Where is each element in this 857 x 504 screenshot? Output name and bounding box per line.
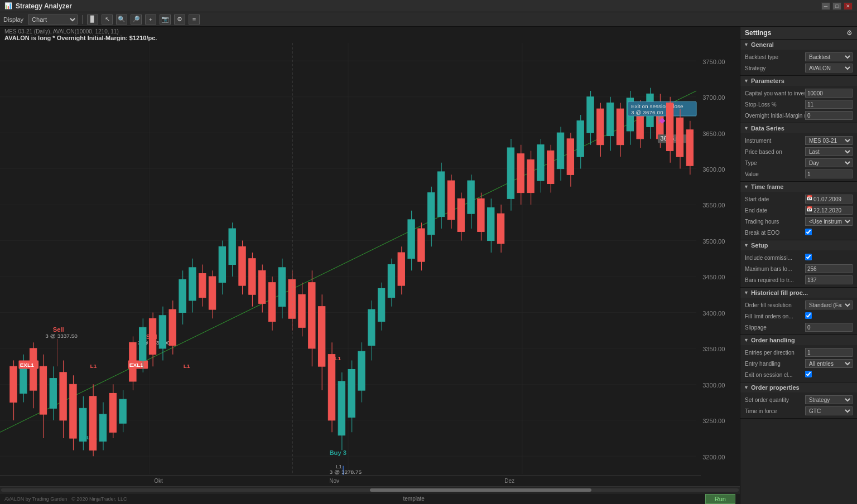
- setting-select-backtest-type[interactable]: BacktestOptimization: [805, 52, 853, 61]
- setting-value: StrategyFixed: [805, 395, 853, 404]
- svg-text:3350.00: 3350.00: [702, 346, 725, 352]
- section-header-general[interactable]: ▼General: [740, 40, 857, 50]
- setting-label: Fill limit orders on...: [745, 313, 805, 319]
- svg-rect-71: [199, 274, 206, 298]
- zoom-in-button[interactable]: 🔍: [116, 14, 127, 25]
- setting-value: GTCDay: [805, 406, 853, 415]
- svg-rect-17: [10, 366, 17, 402]
- display-select[interactable]: Chart Performance Trade List: [28, 14, 78, 25]
- svg-text:3300.00: 3300.00: [702, 382, 725, 389]
- svg-rect-151: [567, 139, 574, 175]
- setting-label: Value: [745, 171, 805, 177]
- setting-value: [805, 323, 853, 332]
- chart-canvas[interactable]: Sell 3 @ 3337.50 EXL1 L1: [0, 43, 740, 486]
- bar-chart-button[interactable]: ▊: [87, 14, 98, 25]
- camera-button[interactable]: 📷: [160, 14, 171, 25]
- setting-value: AVALON: [805, 64, 853, 72]
- setting-select-trading-hours[interactable]: <Use instrument...>: [805, 217, 853, 226]
- svg-rect-155: [587, 97, 594, 133]
- collapse-icon: ▼: [744, 290, 749, 295]
- svg-rect-75: [219, 246, 225, 282]
- setting-select-set-order-quant[interactable]: StrategyFixed: [805, 395, 853, 404]
- svg-text:3 @ 3676.00: 3 @ 3676.00: [631, 109, 663, 115]
- maximize-button[interactable]: □: [832, 2, 841, 10]
- template-label: template: [403, 496, 425, 502]
- setting-text-input[interactable]: [805, 169, 853, 178]
- section-header-setup[interactable]: ▼Setup: [740, 240, 857, 250]
- chart-scrollbar[interactable]: [0, 486, 740, 493]
- scrollbar-track[interactable]: [1, 488, 739, 492]
- minimize-button[interactable]: ─: [821, 2, 830, 10]
- setting-row-backtest-type: Backtest typeBacktestOptimization: [740, 51, 857, 62]
- svg-rect-113: [378, 288, 384, 321]
- cursor-button[interactable]: ↖: [102, 14, 113, 25]
- section-header-data-series[interactable]: ▼Data Series: [740, 123, 857, 133]
- svg-text:Buy 3: Buy 3: [330, 449, 346, 456]
- run-button[interactable]: Run: [705, 494, 735, 504]
- setting-checkbox[interactable]: [805, 371, 812, 377]
- setting-date-input[interactable]: [805, 195, 853, 203]
- svg-rect-109: [358, 351, 365, 390]
- zoom-out-button[interactable]: 🔎: [131, 14, 142, 25]
- svg-rect-87: [278, 268, 285, 307]
- scrollbar-thumb[interactable]: [370, 488, 591, 492]
- setting-value: BacktestOptimization: [805, 52, 853, 61]
- svg-rect-161: [617, 109, 623, 144]
- setting-label: Bars required to tr...: [745, 277, 805, 283]
- setting-label: Exit on session cl...: [745, 372, 805, 378]
- svg-text:EXL1: EXL1: [129, 362, 144, 368]
- title-bar: 📊 Strategy Analyzer ─ □ ✕: [0, 0, 857, 12]
- setting-text-input[interactable]: [805, 89, 853, 98]
- setting-select-price-based-on[interactable]: LastOpenHighLowClose: [805, 147, 853, 156]
- setting-select-entry-handling[interactable]: All entriesFirst entry only: [805, 359, 853, 368]
- settings-sections: ▼GeneralBacktest typeBacktestOptimizatio…: [740, 40, 857, 419]
- setting-checkbox[interactable]: [805, 229, 812, 235]
- settings-section-data-series: ▼Data SeriesInstrumentMES 03-21Price bas…: [740, 123, 857, 182]
- section-header-order-properties[interactable]: ▼Order properties: [740, 382, 857, 392]
- setting-row-value: Value: [740, 168, 857, 180]
- credit-2: © 2020 NinjaTrader, LLC: [71, 496, 127, 502]
- setting-label: Start date: [745, 196, 805, 202]
- setting-select-type[interactable]: DayMinuteSecondTick: [805, 158, 853, 167]
- setting-select-strategy[interactable]: AVALON: [805, 64, 853, 72]
- svg-rect-143: [527, 159, 534, 192]
- setting-row-overnight-initial-ma: Overnight Initial-Margin (US$): [740, 110, 857, 121]
- svg-rect-127: [447, 181, 454, 220]
- chart-header: MES 03-21 (Daily), AVALON(10000, 1210, 1…: [0, 27, 740, 43]
- setting-checkbox[interactable]: [805, 254, 812, 260]
- setting-select-time-in-force[interactable]: GTCDay: [805, 406, 853, 415]
- setting-checkbox[interactable]: [805, 312, 812, 319]
- setting-date-input[interactable]: [805, 206, 853, 215]
- content-area: MES 03-21 (Daily), AVALON(10000, 1210, 1…: [0, 27, 857, 504]
- add-button[interactable]: +: [145, 14, 156, 25]
- section-header-time-frame[interactable]: ▼Time frame: [740, 182, 857, 192]
- properties-button[interactable]: ⚙: [174, 14, 185, 25]
- setting-select-order-fill-reso[interactable]: Standard (Fastest)HighTick: [805, 301, 853, 309]
- svg-rect-100: [338, 381, 345, 435]
- svg-rect-40: [89, 396, 96, 450]
- svg-rect-107: [348, 370, 355, 418]
- menu-button[interactable]: ≡: [189, 14, 200, 25]
- svg-rect-45: [99, 414, 106, 441]
- svg-rect-63: [159, 316, 166, 348]
- section-header-parameters[interactable]: ▼Parameters: [740, 76, 857, 86]
- setting-row-instrument: InstrumentMES 03-21: [740, 135, 857, 146]
- window-controls: ─ □ ✕: [821, 2, 853, 10]
- svg-rect-59: [139, 327, 146, 360]
- close-button[interactable]: ✕: [844, 2, 853, 10]
- setting-text-input[interactable]: [805, 111, 853, 120]
- credit-1: AVALON by Trading Garden: [4, 496, 67, 502]
- svg-text:3700.00: 3700.00: [702, 94, 725, 101]
- setting-text-input[interactable]: [805, 323, 853, 332]
- setting-text-input[interactable]: [805, 275, 853, 284]
- setting-text-input[interactable]: [805, 264, 853, 273]
- svg-rect-141: [517, 154, 524, 193]
- section-header-order-handling[interactable]: ▼Order handling: [740, 335, 857, 345]
- setting-text-input[interactable]: [805, 348, 853, 357]
- svg-rect-180: [676, 118, 683, 157]
- section-header-historical-fill-proc---[interactable]: ▼Historical fill proc...: [740, 288, 857, 298]
- setting-select-instrument[interactable]: MES 03-21: [805, 136, 853, 145]
- svg-text:3600.00: 3600.00: [702, 166, 725, 173]
- setting-text-input[interactable]: [805, 100, 853, 109]
- collapse-icon: ▼: [744, 42, 749, 47]
